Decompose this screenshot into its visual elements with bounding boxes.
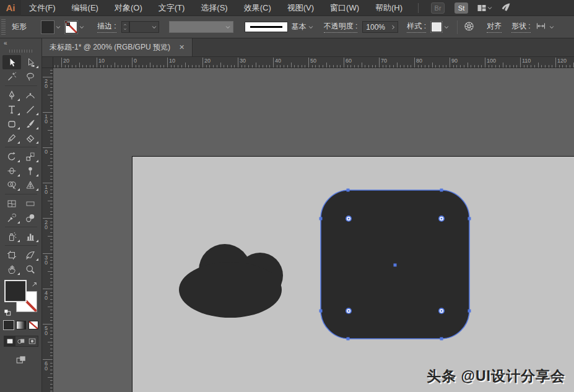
- shape-width-control[interactable]: [536, 21, 546, 33]
- blend-tool[interactable]: [21, 211, 40, 225]
- style-dropdown[interactable]: [442, 21, 451, 33]
- perspective-grid-tool[interactable]: [21, 178, 40, 192]
- opacity-panel-link[interactable]: 不透明度 :: [324, 21, 358, 33]
- ruler-tick: [375, 65, 376, 68]
- ruler-tick: [389, 65, 390, 68]
- color-button[interactable]: [4, 321, 14, 329]
- default-fill-stroke-button[interactable]: [3, 307, 12, 316]
- fill-color-dropdown[interactable]: [54, 21, 63, 33]
- menu-item-2[interactable]: 对象(O): [107, 0, 150, 16]
- style-panel-link[interactable]: 样式 :: [407, 21, 426, 33]
- ruler-tick: [50, 373, 53, 374]
- menu-item-0[interactable]: 文件(F): [21, 0, 64, 16]
- mesh-tool[interactable]: [2, 196, 21, 211]
- ruler-label: 120: [557, 58, 567, 64]
- symbol-sprayer-tool[interactable]: [2, 229, 21, 243]
- chevron-down-icon: [549, 24, 555, 30]
- scale-tool[interactable]: [21, 149, 40, 163]
- type-tool[interactable]: [2, 102, 21, 116]
- vertical-ruler[interactable]: 2 01 001 02 03 04 05 06 07 0: [42, 68, 53, 392]
- panel-grip[interactable]: [9, 50, 33, 53]
- tab-close-button[interactable]: ✕: [179, 43, 185, 51]
- free-transform-tool[interactable]: [21, 163, 40, 178]
- toolbar-separator: [2, 192, 40, 196]
- control-bar-grip[interactable]: [1, 19, 6, 35]
- zoom-tool[interactable]: [21, 262, 40, 276]
- draw-normal-button[interactable]: [4, 336, 15, 346]
- fill-color-swatch[interactable]: [41, 21, 54, 33]
- rotate-tool[interactable]: [2, 149, 21, 163]
- ruler-tick: [298, 65, 298, 68]
- slice-tool[interactable]: [21, 248, 40, 262]
- fill-proxy-swatch[interactable]: [4, 280, 27, 302]
- width-tool[interactable]: [2, 163, 21, 178]
- stock-button[interactable]: St: [454, 2, 468, 14]
- recolor-artwork-button[interactable]: [464, 21, 474, 33]
- gpu-performance-button[interactable]: [500, 2, 511, 13]
- screen-mode-button[interactable]: [15, 354, 27, 368]
- align-panel-link[interactable]: 对齐: [487, 21, 502, 33]
- eraser-tool[interactable]: [21, 131, 40, 145]
- brush-preview[interactable]: [245, 22, 288, 32]
- shaper-tool[interactable]: [2, 131, 21, 145]
- curvature-tool[interactable]: [21, 88, 40, 102]
- stroke-color-swatch[interactable]: [65, 21, 77, 33]
- line-segment-tool[interactable]: [21, 102, 40, 116]
- stroke-panel-link[interactable]: 描边 :: [97, 21, 116, 33]
- paintbrush-tool[interactable]: [21, 116, 40, 131]
- swap-fill-stroke-button[interactable]: [31, 280, 39, 288]
- menu-item-4[interactable]: 选择(S): [193, 0, 235, 16]
- menu-item-1[interactable]: 编辑(E): [64, 0, 107, 16]
- horizontal-ruler[interactable]: 20100102030405060708090100110120: [53, 57, 574, 68]
- bridge-button[interactable]: Br: [431, 2, 445, 14]
- draw-behind-icon: [17, 337, 25, 346]
- direct-selection-tool[interactable]: [21, 55, 40, 69]
- style-swatch[interactable]: [431, 22, 442, 32]
- rectangle-tool[interactable]: [2, 116, 21, 131]
- menu-item-3[interactable]: 文字(T): [150, 0, 193, 16]
- menu-item-8[interactable]: 帮助(H): [367, 0, 411, 16]
- hand-tool[interactable]: [2, 262, 21, 276]
- stroke-color-dropdown[interactable]: [77, 21, 86, 33]
- ruler-tick: [167, 58, 168, 68]
- center-point-anchor[interactable]: [394, 264, 397, 267]
- column-graph-tool[interactable]: [21, 229, 40, 243]
- draw-inside-button[interactable]: [27, 336, 38, 346]
- gradient-tool[interactable]: [21, 196, 40, 211]
- lasso-tool[interactable]: [21, 69, 40, 84]
- brush-definition-chevron[interactable]: [307, 21, 315, 33]
- pen-tool-icon: [7, 90, 17, 100]
- eyedropper-tool[interactable]: [2, 211, 21, 225]
- artboard-tool[interactable]: [2, 248, 21, 262]
- menu-item-5[interactable]: 效果(C): [236, 0, 279, 16]
- ruler-tick: [538, 63, 539, 68]
- ruler-corner[interactable]: [42, 57, 53, 68]
- magic-wand-tool[interactable]: [2, 69, 21, 84]
- cloud-shape[interactable]: [179, 244, 283, 318]
- ruler-label: 6 0: [45, 361, 48, 371]
- shape-builder-tool[interactable]: [2, 178, 21, 192]
- pen-tool[interactable]: [2, 88, 21, 102]
- ruler-tick: [142, 65, 143, 68]
- panel-collapse-button[interactable]: «: [0, 38, 11, 48]
- canvas[interactable]: 头条 @UI设计分享会: [53, 68, 574, 392]
- workspace-switcher-button[interactable]: [477, 3, 493, 13]
- stroke-weight-stepper[interactable]: [121, 21, 129, 33]
- document-tab[interactable]: 未标题-1* @ 200% (RGB/GPU 预览) ✕: [42, 38, 193, 56]
- draw-behind-button[interactable]: [15, 336, 27, 346]
- app-logo: Ai: [0, 0, 21, 16]
- brush-definition-dropdown[interactable]: 基本: [292, 22, 307, 32]
- menu-item-6[interactable]: 视图(V): [279, 0, 322, 16]
- none-button[interactable]: [28, 321, 38, 329]
- ruler-tick: [446, 65, 446, 68]
- stroke-weight-dropdown[interactable]: [129, 21, 159, 33]
- shape-panel-link[interactable]: 形状 :: [511, 21, 531, 33]
- opacity-field[interactable]: 100%: [362, 21, 398, 33]
- menu-item-7[interactable]: 窗口(W): [322, 0, 367, 16]
- gradient-button[interactable]: [16, 321, 26, 329]
- watermark-text: 头条 @UI设计分享会: [427, 367, 565, 386]
- ruler-tick: [503, 63, 503, 68]
- stroke-indicator-icon: [66, 22, 70, 26]
- ruler-tick: [386, 65, 386, 68]
- selection-tool[interactable]: [2, 55, 21, 69]
